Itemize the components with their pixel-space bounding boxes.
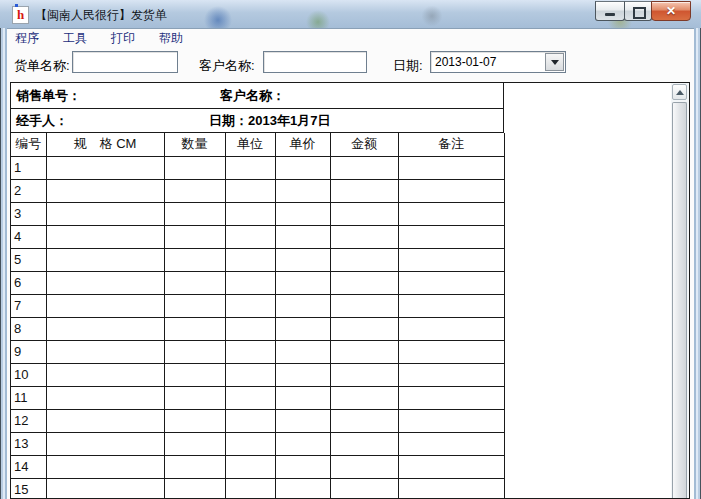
- vertical-scrollbar[interactable]: [671, 83, 689, 498]
- grid-cell[interactable]: [164, 225, 225, 248]
- grid-cell[interactable]: [164, 386, 225, 409]
- grid-cell[interactable]: [46, 386, 164, 409]
- grid-cell[interactable]: [275, 478, 330, 499]
- date-combobox[interactable]: [430, 51, 566, 73]
- grid-cell[interactable]: [275, 363, 330, 386]
- grid-cell[interactable]: [46, 271, 164, 294]
- grid-cell[interactable]: [275, 409, 330, 432]
- grid-cell[interactable]: [398, 363, 504, 386]
- grid-cell[interactable]: [46, 478, 164, 499]
- menu-item-tools[interactable]: 工具: [57, 28, 93, 49]
- grid-cell[interactable]: [225, 409, 275, 432]
- grid-cell[interactable]: [398, 225, 504, 248]
- date-input[interactable]: [431, 52, 551, 72]
- grid-cell[interactable]: [330, 363, 398, 386]
- grid-cell[interactable]: [46, 294, 164, 317]
- grid-cell[interactable]: [46, 409, 164, 432]
- grid-cell[interactable]: [46, 179, 164, 202]
- grid-cell[interactable]: [164, 432, 225, 455]
- grid-cell[interactable]: [398, 340, 504, 363]
- grid-cell[interactable]: [164, 202, 225, 225]
- grid-cell[interactable]: [330, 202, 398, 225]
- grid-cell[interactable]: [275, 156, 330, 179]
- grid-cell[interactable]: [164, 455, 225, 478]
- grid-cell[interactable]: [164, 363, 225, 386]
- grid-cell[interactable]: [398, 317, 504, 340]
- grid-cell[interactable]: [330, 248, 398, 271]
- grid-cell[interactable]: [398, 386, 504, 409]
- grid-cell[interactable]: [46, 432, 164, 455]
- grid-cell[interactable]: [398, 202, 504, 225]
- grid-cell[interactable]: [275, 248, 330, 271]
- grid-cell[interactable]: [398, 455, 504, 478]
- grid-cell[interactable]: [330, 271, 398, 294]
- app-logo-icon[interactable]: h: [12, 6, 29, 24]
- grid-cell[interactable]: [225, 156, 275, 179]
- menu-item-print[interactable]: 打印: [105, 28, 141, 49]
- grid-cell[interactable]: [398, 409, 504, 432]
- grid-cell[interactable]: [398, 179, 504, 202]
- customer-name-input[interactable]: [263, 51, 367, 73]
- grid-cell[interactable]: [46, 363, 164, 386]
- grid-cell[interactable]: [330, 156, 398, 179]
- grid-cell[interactable]: [225, 432, 275, 455]
- grid-cell[interactable]: [225, 386, 275, 409]
- grid-cell[interactable]: [164, 179, 225, 202]
- grid-cell[interactable]: [46, 248, 164, 271]
- grid-cell[interactable]: [330, 386, 398, 409]
- grid-cell[interactable]: [330, 409, 398, 432]
- grid-cell[interactable]: [46, 202, 164, 225]
- menu-item-program[interactable]: 程序: [9, 28, 45, 49]
- grid-cell[interactable]: [398, 432, 504, 455]
- grid-cell[interactable]: [164, 409, 225, 432]
- grid-cell[interactable]: [275, 455, 330, 478]
- order-name-input[interactable]: [72, 51, 178, 73]
- grid-cell[interactable]: [164, 156, 225, 179]
- grid-cell[interactable]: [225, 248, 275, 271]
- close-button[interactable]: ✕: [651, 1, 691, 21]
- grid-cell[interactable]: [46, 455, 164, 478]
- grid-cell[interactable]: [330, 294, 398, 317]
- grid-cell[interactable]: [46, 317, 164, 340]
- grid-cell[interactable]: [275, 179, 330, 202]
- grid-cell[interactable]: [398, 248, 504, 271]
- grid-cell[interactable]: [398, 478, 504, 499]
- grid-cell[interactable]: [225, 179, 275, 202]
- scrollbar-thumb[interactable]: [672, 102, 687, 498]
- grid-cell[interactable]: [275, 294, 330, 317]
- grid-cell[interactable]: [275, 202, 330, 225]
- grid-cell[interactable]: [164, 248, 225, 271]
- grid-cell[interactable]: [164, 317, 225, 340]
- grid-cell[interactable]: [164, 340, 225, 363]
- grid-cell[interactable]: [164, 478, 225, 499]
- grid-cell[interactable]: [225, 271, 275, 294]
- grid-cell[interactable]: [275, 432, 330, 455]
- grid-cell[interactable]: [225, 317, 275, 340]
- grid-cell[interactable]: [164, 294, 225, 317]
- grid-cell[interactable]: [275, 225, 330, 248]
- grid-cell[interactable]: [398, 271, 504, 294]
- grid-cell[interactable]: [225, 225, 275, 248]
- grid-cell[interactable]: [330, 432, 398, 455]
- grid-cell[interactable]: [275, 340, 330, 363]
- grid-cell[interactable]: [275, 386, 330, 409]
- grid-cell[interactable]: [330, 179, 398, 202]
- grid-cell[interactable]: [225, 340, 275, 363]
- scroll-up-button[interactable]: [672, 84, 687, 100]
- grid-cell[interactable]: [46, 225, 164, 248]
- grid-cell[interactable]: [330, 317, 398, 340]
- grid-cell[interactable]: [46, 340, 164, 363]
- grid-cell[interactable]: [275, 271, 330, 294]
- grid-cell[interactable]: [398, 294, 504, 317]
- grid-cell[interactable]: [398, 156, 504, 179]
- grid-cell[interactable]: [330, 478, 398, 499]
- grid-cell[interactable]: [330, 340, 398, 363]
- minimize-button[interactable]: [595, 1, 625, 21]
- menu-item-help[interactable]: 帮助: [153, 28, 189, 49]
- grid-cell[interactable]: [330, 455, 398, 478]
- grid-cell[interactable]: [164, 271, 225, 294]
- restore-button[interactable]: [624, 1, 652, 21]
- grid-cell[interactable]: [225, 202, 275, 225]
- grid-cell[interactable]: [225, 363, 275, 386]
- grid-cell[interactable]: [275, 317, 330, 340]
